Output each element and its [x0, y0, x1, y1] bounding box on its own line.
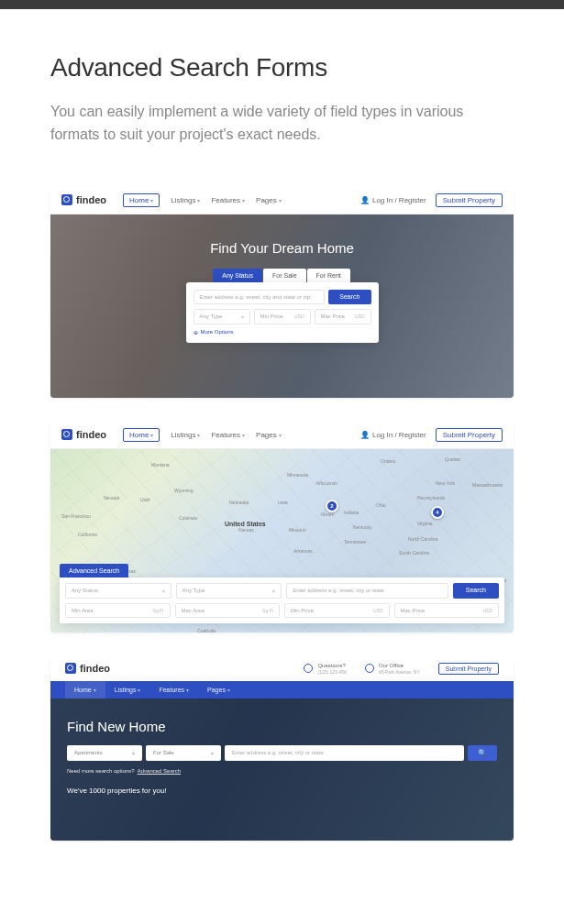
- nav-home[interactable]: Home ▾: [123, 193, 160, 207]
- brand-logo[interactable]: findeo: [61, 429, 106, 440]
- plus-icon: ⊕: [194, 329, 198, 336]
- max-price-input[interactable]: Max PriceUSD: [394, 603, 500, 618]
- state-label: Kentucky: [353, 524, 372, 530]
- status-select[interactable]: For Sale▾: [146, 745, 221, 761]
- map-area[interactable]: United States Montana Wyoming Colorado N…: [50, 449, 514, 632]
- main-nav: Home ▾ Listings ▾ Features ▾ Pages ▾: [123, 428, 282, 442]
- advanced-search-panel: Advanced Search Any Status▾ Any Type▾ En…: [60, 560, 504, 623]
- phone-icon: [304, 664, 313, 673]
- chevron-down-icon: ▾: [241, 314, 244, 320]
- nav-pages[interactable]: Pages ▾: [198, 681, 239, 698]
- type-select[interactable]: Any Type▾: [176, 583, 282, 599]
- example-card-hero: findeo Home ▾ Listings ▾ Features ▾ Page…: [50, 187, 514, 398]
- example-card-dark: findeo Questions?(123) 123-456 Our Offic…: [50, 656, 514, 841]
- submit-property-button[interactable]: Submit Property: [436, 428, 503, 442]
- state-label: Wyoming: [174, 488, 194, 493]
- submit-property-button[interactable]: Submit Property: [438, 663, 499, 675]
- logo-icon: [61, 194, 72, 205]
- brand-logo[interactable]: findeo: [65, 663, 110, 674]
- chevron-down-icon: ▾: [150, 432, 153, 438]
- chevron-down-icon: ▾: [279, 197, 282, 204]
- nav-features[interactable]: Features ▾: [211, 428, 245, 442]
- max-area-input[interactable]: Max AreaSq Ft: [175, 603, 281, 618]
- status-select[interactable]: Any Status▾: [65, 583, 171, 599]
- min-price-input[interactable]: Min PriceUSD: [254, 309, 311, 324]
- tab-for-sale[interactable]: For Sale: [263, 269, 305, 282]
- min-area-input[interactable]: Min AreaSq Ft: [65, 603, 171, 618]
- logo-icon: [65, 663, 76, 674]
- logo-icon: [61, 429, 72, 440]
- property-type-select[interactable]: Apartments▾: [67, 745, 142, 761]
- login-link[interactable]: 👤Log In / Register: [360, 196, 426, 204]
- nav-features[interactable]: Features ▾: [211, 193, 245, 207]
- state-label: Nevada: [104, 495, 119, 500]
- map-pin[interactable]: 2: [326, 500, 338, 512]
- address-input[interactable]: Enter address e.g. street, city and stat…: [194, 290, 326, 304]
- phone-block: Questions?(123) 123-456: [304, 663, 346, 675]
- type-select[interactable]: Any Type▾: [194, 309, 250, 324]
- chevron-down-icon: ▾: [94, 687, 96, 693]
- more-options-link[interactable]: ⊕More Options: [194, 329, 371, 336]
- login-link[interactable]: 👤Log In / Register: [360, 431, 426, 439]
- state-label: Minnesota: [287, 472, 308, 478]
- example-card-map: findeo Home ▾ Listings ▾ Features ▾ Page…: [50, 422, 514, 632]
- nav-listings[interactable]: Listings ▾: [171, 428, 200, 442]
- nav-pages[interactable]: Pages ▾: [256, 193, 282, 207]
- tagline: We've 1000 properties for you!: [67, 786, 497, 795]
- advanced-search-tab[interactable]: Advanced Search: [60, 564, 128, 578]
- hero-heading: Find Your Dream Home: [210, 240, 354, 256]
- contact-info: Questions?(123) 123-456 Our Office45 Par…: [304, 663, 499, 675]
- hero-section: Find Your Dream Home Any Status For Sale…: [50, 214, 514, 398]
- state-label: Kansas: [238, 527, 254, 533]
- state-label: Ontario: [381, 458, 395, 464]
- brand-text: findeo: [76, 194, 106, 205]
- state-label: Indiana: [344, 510, 359, 515]
- state-label: Colorado: [179, 515, 197, 521]
- search-button[interactable]: Search: [453, 583, 499, 599]
- submit-property-button[interactable]: Submit Property: [436, 193, 503, 207]
- hero-heading: Find New Home: [67, 719, 497, 734]
- state-label: San Francisco: [61, 513, 91, 519]
- location-icon: [365, 664, 374, 673]
- max-price-input[interactable]: Max PriceUSD: [315, 309, 371, 324]
- nav-home[interactable]: Home ▾: [65, 681, 105, 698]
- nav-listings[interactable]: Listings ▾: [171, 193, 200, 207]
- chevron-down-icon: ▾: [138, 687, 140, 693]
- min-price-input[interactable]: Min PriceUSD: [284, 603, 390, 618]
- nav-home[interactable]: Home ▾: [123, 428, 160, 442]
- nav-listings[interactable]: Listings ▾: [105, 681, 150, 698]
- state-label: Iowa: [278, 500, 288, 505]
- search-box: Enter address e.g. street, city and stat…: [186, 282, 379, 343]
- top-header: findeo Questions?(123) 123-456 Our Offic…: [50, 656, 514, 681]
- search-row: Apartments▾ For Sale▾ Enter address e.g.…: [67, 745, 497, 761]
- main-nav: Home ▾ Listings ▾ Features ▾ Pages ▾: [123, 193, 282, 207]
- page-title: Advanced Search Forms: [50, 53, 514, 82]
- nav-features[interactable]: Features ▾: [149, 681, 198, 698]
- state-label: Missouri: [289, 527, 306, 533]
- chevron-down-icon: ▾: [227, 687, 230, 693]
- state-label: South Carolina: [399, 550, 429, 556]
- address-input[interactable]: Enter address e.g. street, city or state: [225, 745, 464, 761]
- nav-header: findeo Home ▾ Listings ▾ Features ▾ Page…: [50, 187, 514, 214]
- chevron-down-icon: ▾: [272, 588, 275, 594]
- tab-any-status[interactable]: Any Status: [213, 269, 262, 282]
- chevron-down-icon: ▾: [132, 750, 135, 756]
- search-button[interactable]: Search: [328, 290, 370, 304]
- state-label: Wisconsin: [316, 480, 337, 486]
- address-input[interactable]: Enter address e.g. street, city or state: [286, 583, 448, 599]
- nav-pages[interactable]: Pages ▾: [256, 428, 282, 442]
- chevron-down-icon: ▾: [197, 197, 200, 204]
- tab-for-rent[interactable]: For Rent: [307, 269, 350, 282]
- brand-logo[interactable]: findeo: [61, 194, 106, 205]
- search-icon: 🔍: [478, 749, 487, 757]
- state-label: Coahuila: [197, 628, 216, 632]
- search-button[interactable]: 🔍: [468, 745, 497, 761]
- state-label: Ohio: [376, 502, 386, 508]
- state-label: Massachusetts: [472, 482, 503, 488]
- brand-text: findeo: [76, 429, 106, 440]
- map-pin[interactable]: 4: [431, 506, 444, 519]
- chevron-down-icon: ▾: [242, 432, 245, 438]
- advanced-search-link[interactable]: Advanced Search: [138, 768, 181, 774]
- chevron-down-icon: ▾: [197, 432, 200, 438]
- state-label: North Carolina: [408, 536, 437, 542]
